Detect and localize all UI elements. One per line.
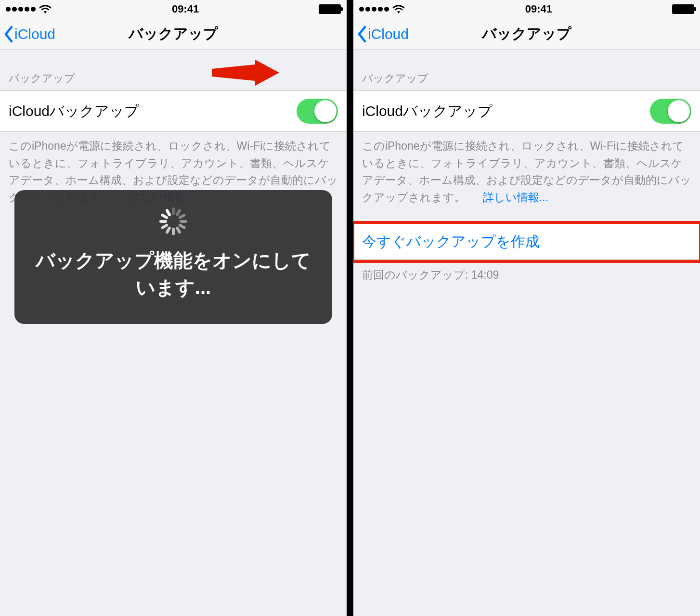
status-left bbox=[359, 4, 405, 14]
toggle-label: iCloudバックアップ bbox=[362, 102, 493, 121]
backup-now-label: 今すぐバックアップを作成 bbox=[362, 232, 540, 252]
phone-left: 09:41 iCloud バックアップ バックアップ iCloudバックアップ … bbox=[0, 0, 347, 616]
phone-right: 09:41 iCloud バックアップ バックアップ iCloudバックアップ … bbox=[353, 0, 700, 616]
frame-divider bbox=[347, 0, 353, 616]
wifi-icon bbox=[39, 4, 52, 14]
status-bar: 09:41 bbox=[0, 0, 347, 18]
backup-description: このiPhoneが電源に接続され、ロックされ、Wi-Fiに接続されているときに、… bbox=[353, 132, 700, 206]
backup-now-button[interactable]: 今すぐバックアップを作成 bbox=[353, 224, 700, 260]
status-right bbox=[672, 4, 694, 14]
battery-icon bbox=[319, 4, 341, 14]
signal-icon bbox=[359, 7, 389, 12]
icloud-backup-toggle-row[interactable]: iCloudバックアップ bbox=[0, 90, 347, 132]
back-button[interactable]: iCloud bbox=[0, 25, 55, 43]
back-label: iCloud bbox=[368, 26, 409, 42]
status-left bbox=[6, 4, 52, 14]
icloud-backup-toggle-row[interactable]: iCloudバックアップ bbox=[353, 90, 700, 132]
toggle-switch-on[interactable] bbox=[650, 99, 691, 124]
nav-bar: iCloud バックアップ bbox=[0, 18, 347, 50]
nav-bar: iCloud バックアップ bbox=[353, 18, 700, 50]
section-header-backup: バックアップ bbox=[353, 50, 700, 90]
last-backup-label: 前回のバックアップ: 14:09 bbox=[353, 260, 700, 284]
section-header-backup: バックアップ bbox=[0, 50, 347, 90]
signal-icon bbox=[6, 7, 36, 12]
back-button[interactable]: iCloud bbox=[353, 25, 409, 43]
status-time: 09:41 bbox=[525, 3, 552, 15]
toggle-label: iCloudバックアップ bbox=[9, 102, 139, 121]
battery-icon bbox=[672, 4, 694, 14]
loading-toast: バックアップ機能をオンにしています... bbox=[14, 190, 332, 324]
chevron-left-icon bbox=[3, 25, 14, 43]
spinner-icon bbox=[159, 207, 187, 235]
status-time: 09:41 bbox=[172, 3, 199, 15]
back-label: iCloud bbox=[14, 26, 55, 42]
status-right bbox=[319, 4, 341, 14]
toggle-switch-on[interactable] bbox=[297, 99, 338, 124]
toast-message: バックアップ機能をオンにしています... bbox=[29, 247, 318, 301]
status-bar: 09:41 bbox=[353, 0, 700, 18]
wifi-icon bbox=[392, 4, 405, 14]
more-info-link[interactable]: 詳しい情報... bbox=[483, 191, 548, 204]
chevron-left-icon bbox=[356, 25, 368, 43]
